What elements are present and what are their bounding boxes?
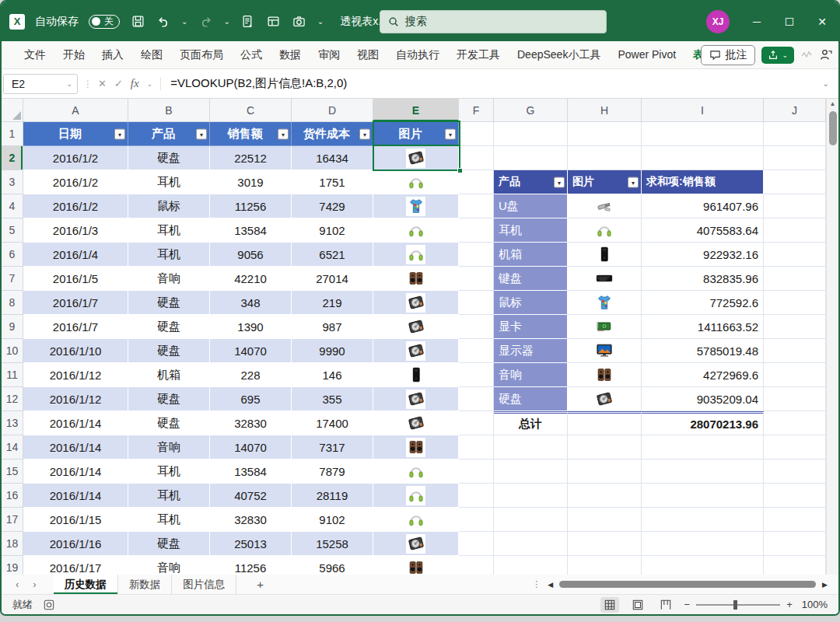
zoom-level[interactable]: 100%: [802, 599, 828, 610]
cell-D11[interactable]: 146: [292, 363, 373, 387]
pivot-total-spacer[interactable]: [568, 411, 642, 435]
cell-A7[interactable]: 2016/1/5: [23, 267, 128, 291]
ribbon-tab-2[interactable]: 插入: [93, 43, 132, 68]
cell-J16[interactable]: [764, 484, 826, 508]
ribbon-tab-1[interactable]: 开始: [54, 43, 93, 68]
cell-J7[interactable]: [764, 267, 826, 291]
cell-D6[interactable]: 6521: [292, 243, 373, 267]
row-header-10[interactable]: 10: [2, 339, 23, 363]
cell-A4[interactable]: 2016/1/2: [23, 194, 128, 218]
cell-J17[interactable]: [764, 508, 826, 532]
pivot-icon-cell[interactable]: [568, 218, 642, 243]
cell-D3[interactable]: 1751: [292, 170, 373, 194]
pivot-icon-cell[interactable]: [568, 387, 642, 411]
maximize-button[interactable]: ☐: [773, 2, 806, 41]
column-header-D[interactable]: D: [292, 99, 373, 122]
cell-B5[interactable]: 耳机: [128, 218, 210, 243]
cell-F10[interactable]: [459, 339, 494, 363]
minimize-button[interactable]: ─: [740, 2, 773, 41]
cell-C11[interactable]: 228: [210, 363, 292, 387]
cell-E3[interactable]: [373, 170, 459, 194]
cell-F19[interactable]: [459, 556, 494, 575]
pivot-icon-cell[interactable]: [568, 339, 642, 363]
cell-C9[interactable]: 1390: [210, 315, 292, 339]
cell-E17[interactable]: [373, 508, 459, 532]
cell-B19[interactable]: 音响: [128, 556, 210, 575]
cell-E10[interactable]: [373, 339, 459, 363]
pivot-icon-cell[interactable]: [568, 291, 642, 315]
ribbon-tab-12[interactable]: Power Pivot: [609, 43, 684, 68]
cell-I2[interactable]: [642, 146, 764, 170]
row-header-12[interactable]: 12: [2, 387, 23, 411]
filter-icon[interactable]: ▾: [196, 129, 207, 140]
row-header-3[interactable]: 3: [2, 170, 23, 194]
cell-E16[interactable]: [373, 484, 459, 508]
cell-J13[interactable]: [764, 411, 826, 435]
cell-D14[interactable]: 7317: [292, 435, 373, 460]
cell-I17[interactable]: [642, 508, 764, 532]
row-header-13[interactable]: 13: [2, 411, 23, 435]
cell-A12[interactable]: 2016/1/12: [23, 387, 128, 411]
cell-F16[interactable]: [459, 484, 494, 508]
cell-D13[interactable]: 17400: [292, 411, 373, 435]
zoom-slider-thumb[interactable]: [733, 600, 737, 610]
cell-B12[interactable]: 硬盘: [128, 387, 210, 411]
cell-G17[interactable]: [494, 508, 568, 532]
filter-icon[interactable]: ▾: [628, 177, 639, 188]
cell-A9[interactable]: 2016/1/7: [23, 315, 128, 339]
cell-H18[interactable]: [568, 532, 642, 556]
pivot-value[interactable]: 5785019.48: [642, 339, 764, 363]
name-box-chevron-icon[interactable]: ⌄: [66, 80, 72, 88]
cell-H16[interactable]: [568, 484, 642, 508]
cell-A18[interactable]: 2016/1/16: [23, 532, 128, 556]
pivot-value[interactable]: 4075583.64: [642, 218, 764, 243]
cell-E5[interactable]: [373, 218, 459, 243]
cell-F14[interactable]: [459, 435, 494, 460]
add-sheet-button[interactable]: +: [236, 575, 284, 594]
cell-E15[interactable]: [373, 460, 459, 484]
cell-F3[interactable]: [459, 170, 494, 194]
cell-G14[interactable]: [494, 435, 568, 460]
save-icon[interactable]: [130, 14, 145, 30]
cell-D8[interactable]: 219: [292, 291, 373, 315]
cell-J6[interactable]: [764, 243, 826, 267]
cell-H14[interactable]: [568, 435, 642, 460]
cell-C12[interactable]: 695: [210, 387, 292, 411]
column-header-B[interactable]: B: [128, 99, 210, 122]
cell-A16[interactable]: 2016/1/14: [23, 484, 128, 508]
sheet-tab-新数据[interactable]: 新数据: [118, 575, 173, 594]
cell-H17[interactable]: [568, 508, 642, 532]
vscroll-thumb[interactable]: [829, 111, 837, 145]
row-header-5[interactable]: 5: [2, 218, 23, 243]
pivot-row-label[interactable]: 键盘: [494, 267, 568, 291]
filter-icon[interactable]: ▾: [445, 129, 456, 140]
filter-icon[interactable]: ▾: [554, 177, 565, 188]
cell-C3[interactable]: 3019: [210, 170, 292, 194]
zoom-slider[interactable]: [696, 604, 780, 606]
cell-I15[interactable]: [642, 460, 764, 484]
cell-D9[interactable]: 987: [292, 315, 373, 339]
cell-C15[interactable]: 13584: [210, 460, 292, 484]
cell-D12[interactable]: 355: [292, 387, 373, 411]
formula-bar-expand-icon[interactable]: ⌄: [823, 79, 834, 88]
table-header-cell[interactable]: 图片▾: [373, 122, 459, 146]
cell-A3[interactable]: 2016/1/2: [23, 170, 128, 194]
cell-A13[interactable]: 2016/1/14: [23, 411, 128, 435]
row-header-14[interactable]: 14: [2, 435, 23, 460]
cell-E6[interactable]: [373, 243, 459, 267]
row-header-1[interactable]: 1: [2, 122, 23, 146]
cell-C18[interactable]: 25013: [210, 532, 292, 556]
select-all-corner[interactable]: [2, 99, 23, 122]
cell-B9[interactable]: 硬盘: [128, 315, 210, 339]
cell-J11[interactable]: [764, 363, 826, 387]
table-header-cell[interactable]: 货件成本▾: [292, 122, 373, 146]
cell-B14[interactable]: 音响: [128, 435, 210, 460]
cell-F6[interactable]: [459, 243, 494, 267]
cell-I14[interactable]: [642, 435, 764, 460]
cell-B6[interactable]: 耳机: [128, 243, 210, 267]
ribbon-tab-9[interactable]: 自动执行: [387, 43, 448, 68]
row-header-17[interactable]: 17: [2, 508, 23, 532]
cell-C2[interactable]: 22512: [210, 146, 292, 170]
cell-A5[interactable]: 2016/1/3: [23, 218, 128, 243]
cell-E19[interactable]: [373, 556, 459, 575]
